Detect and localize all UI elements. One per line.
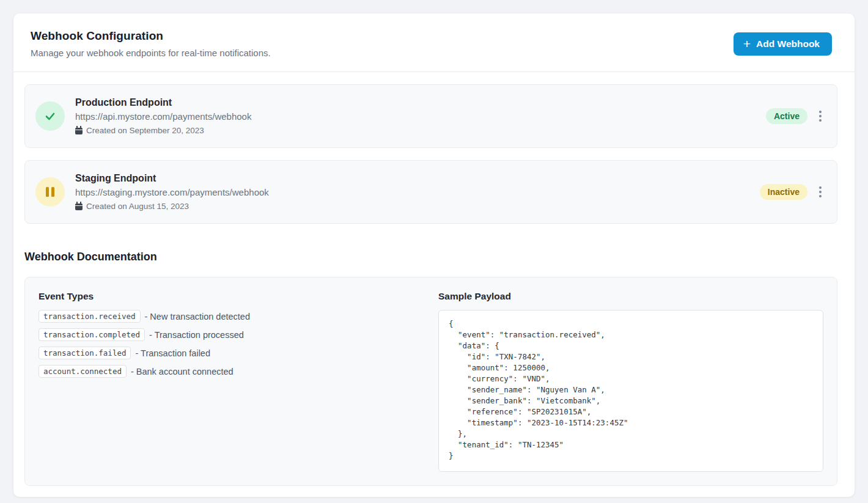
page-header: Webhook Configuration Manage your webhoo…: [13, 13, 855, 72]
event-description: - New transaction detected: [145, 312, 250, 321]
endpoint-name: Staging Endpoint: [75, 173, 760, 184]
documentation-card: Event Types transaction.received - New t…: [24, 277, 837, 486]
status-badge: Inactive: [760, 184, 807, 200]
documentation-section: Webhook Documentation Event Types transa…: [13, 251, 855, 486]
calendar-icon: [75, 204, 83, 210]
payload-code-block: { "event": "transaction.received", "data…: [438, 310, 823, 472]
endpoint-created-text: Created on August 15, 2023: [86, 202, 189, 211]
endpoint-url: https://api.mystore.com/payments/webhook: [75, 111, 766, 122]
success-circle: [35, 101, 65, 131]
event-code-chip: transaction.completed: [39, 328, 145, 341]
payload-json: { "event": "transaction.received", "data…: [449, 318, 813, 461]
kebab-menu-icon[interactable]: [816, 109, 825, 123]
event-description: - Bank account connected: [131, 367, 234, 376]
endpoint-created-row: Created on August 15, 2023: [75, 202, 760, 211]
header-text: Webhook Configuration Manage your webhoo…: [31, 29, 271, 58]
endpoint-name: Production Endpoint: [75, 97, 766, 108]
page-subtitle: Manage your webhook endpoints for real-t…: [31, 48, 271, 58]
endpoint-list: Production Endpoint https://api.mystore.…: [13, 72, 855, 224]
calendar-icon: [75, 128, 83, 134]
endpoint-card-production: Production Endpoint https://api.mystore.…: [24, 84, 837, 148]
event-type-row: account.connected - Bank account connect…: [39, 365, 424, 378]
sample-payload-column: Sample Payload { "event": "transaction.r…: [438, 291, 823, 472]
endpoint-actions: Active: [766, 108, 825, 124]
endpoint-card-staging: Staging Endpoint https://staging.mystore…: [24, 160, 837, 224]
endpoint-created-text: Created on September 20, 2023: [86, 126, 204, 135]
endpoint-actions: Inactive: [760, 184, 825, 200]
event-code-chip: transaction.failed: [39, 347, 131, 359]
event-type-row: transaction.completed - Transaction proc…: [39, 328, 424, 341]
pause-icon: [46, 187, 54, 197]
event-type-row: transaction.failed - Transaction failed: [39, 347, 424, 359]
event-description: - Transaction processed: [149, 330, 244, 340]
event-types-column: Event Types transaction.received - New t…: [39, 291, 424, 472]
endpoint-info: Staging Endpoint https://staging.mystore…: [75, 173, 760, 211]
webhook-configuration-panel: Webhook Configuration Manage your webhoo…: [13, 13, 855, 497]
endpoint-info: Production Endpoint https://api.mystore.…: [75, 97, 766, 135]
event-type-row: transaction.received - New transaction d…: [39, 310, 424, 323]
add-webhook-label: Add Webhook: [756, 39, 820, 50]
plus-icon: +: [743, 39, 751, 49]
check-icon: [43, 109, 57, 123]
sample-payload-title: Sample Payload: [438, 291, 823, 302]
event-types-title: Event Types: [39, 291, 424, 302]
endpoint-created-row: Created on September 20, 2023: [75, 126, 766, 135]
kebab-menu-icon[interactable]: [816, 185, 825, 199]
page-title: Webhook Configuration: [31, 29, 271, 43]
event-code-chip: account.connected: [39, 365, 127, 378]
event-code-chip: transaction.received: [39, 310, 141, 323]
paused-circle: [35, 177, 65, 207]
documentation-title: Webhook Documentation: [24, 251, 837, 263]
event-description: - Transaction failed: [135, 348, 210, 358]
endpoint-url: https://staging.mystore.com/payments/web…: [75, 187, 760, 197]
add-webhook-button[interactable]: + Add Webhook: [734, 32, 832, 56]
status-badge: Active: [766, 108, 807, 124]
